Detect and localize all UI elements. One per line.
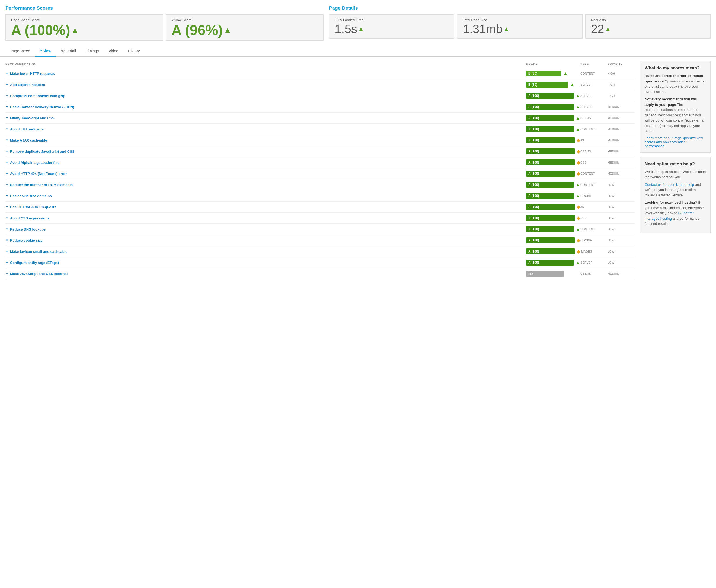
table-row: ▼ Use GET for AJAX requests A (100) ◆ JS… xyxy=(5,202,635,213)
toggle-arrow: ▼ xyxy=(5,161,8,164)
grade-cell: A (100) ▲ xyxy=(526,104,581,110)
rec-name[interactable]: ▼ Minify JavaScript and CSS xyxy=(5,116,526,120)
toggle-arrow: ▼ xyxy=(5,139,8,142)
rec-name[interactable]: ▼ Configure entity tags (ETags) xyxy=(5,261,526,265)
sidebar-scores-title: What do my scores mean? xyxy=(645,66,706,70)
priority-cell: HIGH xyxy=(608,72,635,75)
type-cell: SERVER xyxy=(581,261,608,264)
sidebar-optimization-help: Need optimization help? We can help in a… xyxy=(640,157,711,233)
toggle-arrow: ▼ xyxy=(5,261,8,264)
priority-cell: LOW xyxy=(608,239,635,242)
sidebar-scores-meaning: What do my scores mean? Rules are sorted… xyxy=(640,61,711,153)
grade-cell: A (100) ▲ xyxy=(526,193,581,199)
type-cell: CONTENT xyxy=(581,183,608,186)
table-header: RECOMMENDATION GRADE TYPE PRIORITY xyxy=(5,61,635,67)
up-icon: ▲ xyxy=(575,260,581,266)
grade-cell: A (100) ◆ xyxy=(526,171,581,176)
rec-name[interactable]: ▼ Add Expires headers xyxy=(5,83,526,87)
requests-value: 22▲ xyxy=(591,23,705,35)
priority-cell: MEDIUM xyxy=(608,105,635,108)
grade-cell: A (100) ◆ xyxy=(526,204,581,210)
tab-yslow[interactable]: YSlow xyxy=(35,46,56,57)
sidebar-opt-bold: Looking for next-level hosting? xyxy=(645,201,697,205)
rows-container: ▼ Make fewer HTTP requests B (80) ▲ CONT… xyxy=(5,68,635,279)
type-cell: CSS/JS xyxy=(581,117,608,120)
grade-cell: A (100) ◆ xyxy=(526,215,581,221)
grade-cell: A (100) ◆ xyxy=(526,137,581,143)
grade-bar: B (89) xyxy=(526,82,568,88)
rec-name[interactable]: ▼ Reduce DNS lookups xyxy=(5,227,526,231)
toggle-arrow: ▼ xyxy=(5,183,8,186)
contact-link[interactable]: Contact us for optimization help xyxy=(645,183,694,187)
type-cell: COOKIE xyxy=(581,239,608,242)
up-icon: ▲ xyxy=(575,115,581,121)
top-section: Performance Scores PageSpeed Score A (10… xyxy=(0,0,716,43)
table-row: ▼ Use a Content Delivery Network (CDN) A… xyxy=(5,101,635,112)
priority-cell: MEDIUM xyxy=(608,272,635,275)
grade-cell: A (100) ▲ xyxy=(526,182,581,188)
grade-bar: A (100) xyxy=(526,193,574,199)
table-row: ▼ Make AJAX cacheable A (100) ◆ JS MEDIU… xyxy=(5,135,635,146)
rec-name[interactable]: ▼ Make JavaScript and CSS external xyxy=(5,272,526,276)
sidebar-scores-link[interactable]: Learn more about PageSpeed/YSlow scores … xyxy=(645,136,703,148)
up-icon: ▲ xyxy=(575,227,581,232)
grade-cell: B (80) ▲ xyxy=(526,70,581,77)
rec-name[interactable]: ▼ Reduce cookie size xyxy=(5,238,526,243)
rec-name[interactable]: ▼ Use a Content Delivery Network (CDN) xyxy=(5,105,526,109)
rec-name[interactable]: ▼ Compress components with gzip xyxy=(5,94,526,98)
col-header-priority: PRIORITY xyxy=(608,63,635,66)
table-row: ▼ Compress components with gzip A (100) … xyxy=(5,90,635,101)
grade-cell: A (100) ◆ xyxy=(526,237,581,243)
total-size-value: 1.31mb▲ xyxy=(463,23,576,35)
type-cell: CSS xyxy=(581,161,608,164)
sidebar-opt-para3: Looking for next-level hosting? If you h… xyxy=(645,200,706,227)
tab-pagespeed[interactable]: PageSpeed xyxy=(5,46,35,57)
yslow-value: A (96%)▲ xyxy=(171,23,318,37)
table-row: ▼ Avoid CSS expressions A (100) ◆ CSS LO… xyxy=(5,213,635,224)
tab-waterfall[interactable]: Waterfall xyxy=(56,46,81,57)
rec-name[interactable]: ▼ Avoid URL redirects xyxy=(5,127,526,131)
rec-name[interactable]: ▼ Reduce the number of DOM elements xyxy=(5,183,526,187)
priority-cell: LOW xyxy=(608,228,635,231)
priority-cell: LOW xyxy=(608,250,635,253)
up-icon: ▲ xyxy=(575,93,581,99)
priority-cell: MEDIUM xyxy=(608,150,635,153)
rec-name[interactable]: ▼ Use GET for AJAX requests xyxy=(5,205,526,209)
rec-name[interactable]: ▼ Make fewer HTTP requests xyxy=(5,71,526,76)
toggle-arrow: ▼ xyxy=(5,117,8,120)
priority-cell: LOW xyxy=(608,183,635,186)
table-row: ▼ Reduce the number of DOM elements A (1… xyxy=(5,179,635,190)
tab-video[interactable]: Video xyxy=(104,46,123,57)
total-size-label: Total Page Size xyxy=(463,18,576,22)
requests-label: Requests xyxy=(591,18,705,22)
performance-scores-title: Performance Scores xyxy=(5,5,323,11)
rec-name[interactable]: ▼ Avoid AlphaImageLoader filter xyxy=(5,161,526,165)
sidebar-opt-para2: Contact us for optimization help and we'… xyxy=(645,182,706,198)
grade-bar: A (100) xyxy=(526,148,575,154)
type-cell: CONTENT xyxy=(581,72,608,75)
type-cell: SERVER xyxy=(581,105,608,108)
yslow-label: YSlow Score xyxy=(171,18,318,22)
type-cell: JS xyxy=(581,139,608,142)
rec-name[interactable]: ▼ Avoid CSS expressions xyxy=(5,216,526,220)
grade-cell: A (100) ◆ xyxy=(526,160,581,165)
rec-name[interactable]: ▼ Make favicon small and cacheable xyxy=(5,250,526,254)
toggle-arrow: ▼ xyxy=(5,216,8,220)
up-icon: ▲ xyxy=(563,71,568,77)
rec-name[interactable]: ▼ Make AJAX cacheable xyxy=(5,138,526,142)
rec-name[interactable]: ▼ Remove duplicate JavaScript and CSS xyxy=(5,149,526,153)
priority-cell: LOW xyxy=(608,216,635,220)
priority-cell: LOW xyxy=(608,205,635,209)
rec-name[interactable]: ▼ Avoid HTTP 404 (Not Found) error xyxy=(5,172,526,176)
type-cell: SERVER xyxy=(581,94,608,97)
grade-bar: A (100) xyxy=(526,126,574,132)
priority-cell: MEDIUM xyxy=(608,172,635,175)
grade-bar: A (100) xyxy=(526,248,575,254)
toggle-arrow: ▼ xyxy=(5,94,8,97)
table-row: ▼ Reduce cookie size A (100) ◆ COOKIE LO… xyxy=(5,235,635,246)
grade-cell: A (100) ▲ xyxy=(526,126,581,132)
tab-history[interactable]: History xyxy=(123,46,145,57)
grade-cell: A (100) ▲ xyxy=(526,93,581,99)
tab-timings[interactable]: Timings xyxy=(81,46,104,57)
rec-name[interactable]: ▼ Use cookie-free domains xyxy=(5,194,526,198)
